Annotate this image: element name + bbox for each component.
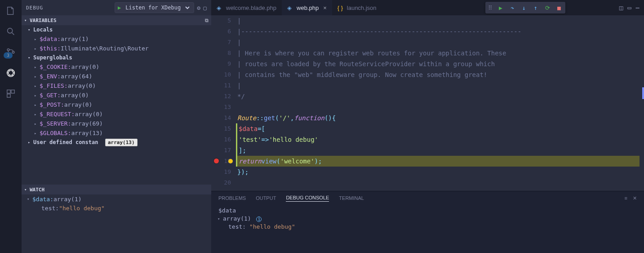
panel-tab-output[interactable]: OUTPUT [256,195,276,201]
panel-tab-terminal[interactable]: TERMINAL [339,195,364,201]
svg-point-5 [9,71,13,76]
tab-label: web.php [297,5,319,11]
continue-icon[interactable]: ▶ [497,5,504,11]
scroll-indicator[interactable] [642,87,644,99]
code-line[interactable]: | Here is where you can register web rou… [237,48,640,59]
code-line[interactable]: | contains the "web" middleware group. N… [237,69,640,80]
svg-rect-6 [7,90,10,93]
var-row[interactable]: $_FILES: array(0) [22,81,211,90]
tooltip: array(13) [105,139,138,146]
line-number[interactable]: 16 [211,134,231,145]
line-number[interactable]: 20 [211,177,231,188]
collapse-all-icon[interactable]: ⧉ [205,18,209,23]
code-line[interactable]: | routes are loaded by the RouteServiceP… [237,59,640,69]
var-row[interactable]: $_POST: array(0) [22,100,211,109]
line-number[interactable]: 12 [211,91,231,102]
panel-tabs: PROBLEMS OUTPUT DEBUG CONSOLE TERMINAL ≡… [211,191,644,205]
stop-icon[interactable]: ■ [555,5,563,11]
code-line[interactable]: 'test' => 'hello debug' [236,134,640,145]
var-row[interactable]: $_COOKIE: array(0) [22,62,211,72]
code-line[interactable]: $data = [ [236,123,640,134]
close-icon[interactable]: × [323,5,327,11]
variables-section-header[interactable]: VARIABLES ⧉ [22,15,211,25]
code-line[interactable]: Route::get('/', function () { [237,113,640,123]
var-row[interactable]: $this: Illuminate\Routing\Router [22,44,211,53]
editor-tab[interactable]: ◈welcome.blade.php [211,0,282,15]
code-line[interactable]: ]; [236,145,640,156]
panel-tab-problems[interactable]: PROBLEMS [218,195,246,201]
line-number[interactable]: 8 [211,48,231,59]
var-row[interactable]: $_ENV: array(64) [22,72,211,81]
restart-icon[interactable]: ⟳ [544,5,551,11]
search-icon[interactable] [5,26,16,37]
tab-bar: ◈welcome.blade.php◈web.php×{ }launch.jso… [211,0,644,15]
line-number[interactable]: 17 [211,145,231,156]
line-number[interactable]: 7 [211,37,231,48]
code-line[interactable]: | [237,37,640,48]
debug-config-selector[interactable]: ▶ Listen for XDebug [115,2,194,13]
code-line[interactable]: return view('welcome'); [236,156,640,167]
line-number[interactable]: 5 [211,15,231,26]
code-body[interactable]: ||--------------------------------------… [237,15,644,191]
watch-item: test: "hello debug" [22,203,211,212]
watch-section-header[interactable]: WATCH [22,185,211,194]
watch-expr[interactable]: $data: array(1) [22,194,211,203]
clear-console-icon[interactable]: ≡ [625,195,627,201]
code-line[interactable]: | [237,80,640,91]
line-number[interactable]: 14 [211,113,231,123]
scope-user-constants[interactable]: User defined constan array(13) [22,138,211,147]
step-out-icon[interactable]: ↑ [532,5,539,11]
editor-tab[interactable]: ◈web.php× [282,0,332,15]
line-number[interactable]: 6 [211,26,231,37]
activity-bar [0,0,22,253]
gear-icon[interactable]: ⚙ [197,5,200,11]
line-number[interactable]: 15 [211,123,231,134]
code-line[interactable]: | [237,15,640,26]
var-row[interactable]: $_GET: array(0) [22,90,211,100]
editor-area: ◈welcome.blade.php◈web.php×{ }launch.jso… [211,0,644,253]
step-over-icon[interactable]: ↷ [509,5,516,11]
start-debug-icon[interactable]: ▶ [118,5,121,11]
config-dropdown[interactable]: Listen for XDebug [124,4,191,11]
var-row[interactable]: $data: array(1) [22,34,211,44]
code-line[interactable] [237,177,640,188]
console-icon[interactable]: ▢ [203,5,207,11]
editor-tab[interactable]: { }launch.json [332,0,382,15]
debug-toolbar[interactable]: ⠿ ▶ ↷ ↓ ↑ ⟳ ■ [485,2,565,14]
svg-point-2 [7,54,9,56]
extensions-icon[interactable] [5,88,16,99]
svg-rect-8 [7,94,10,97]
scope-superglobals[interactable]: Superglobals [22,53,211,62]
code-line[interactable]: */ [237,91,640,102]
panel-tab-debug-console[interactable]: DEBUG CONSOLE [286,195,329,202]
var-row[interactable]: $_REQUEST: array(0) [22,109,211,119]
drag-handle-icon[interactable]: ⠿ [488,5,493,11]
debug-title: DEBUG [26,5,43,11]
scope-locals[interactable]: Locals [22,25,211,34]
line-number[interactable]: 9 [211,59,231,69]
php-file-icon: ◈ [217,5,223,11]
code-line[interactable] [237,102,640,113]
scm-icon[interactable] [5,47,16,58]
var-row[interactable]: $_SERVER: array(69) [22,119,211,128]
variables-body: Locals $data: array(1)$this: Illuminate\… [22,25,211,185]
console-line[interactable]: array(1) i [218,215,637,223]
line-number[interactable]: 10 [211,69,231,80]
files-icon[interactable] [5,5,16,16]
step-into-icon[interactable]: ↓ [520,5,528,11]
toggle-panel-icon[interactable]: ▭ [627,4,631,11]
var-row[interactable]: $GLOBALS: array(13) [22,128,211,138]
info-icon[interactable]: i [256,217,262,222]
editor[interactable]: 567891011121314151617181920 ||----------… [211,15,644,191]
code-line[interactable]: }); [237,167,640,177]
line-number[interactable]: 13 [211,102,231,113]
line-number[interactable]: 19 [211,167,231,177]
debug-console-body[interactable]: $data array(1) i test: "hello debug" [211,205,644,253]
more-icon[interactable]: ⋯ [636,4,640,11]
close-panel-icon[interactable]: ✕ [633,195,637,201]
split-editor-icon[interactable]: ◫ [619,4,623,11]
code-line[interactable]: |---------------------------------------… [237,26,640,37]
debug-activity-icon[interactable] [5,68,16,78]
debug-header: DEBUG ▶ Listen for XDebug ⚙ ▢ [22,0,211,15]
line-number[interactable]: 11 [211,80,231,91]
